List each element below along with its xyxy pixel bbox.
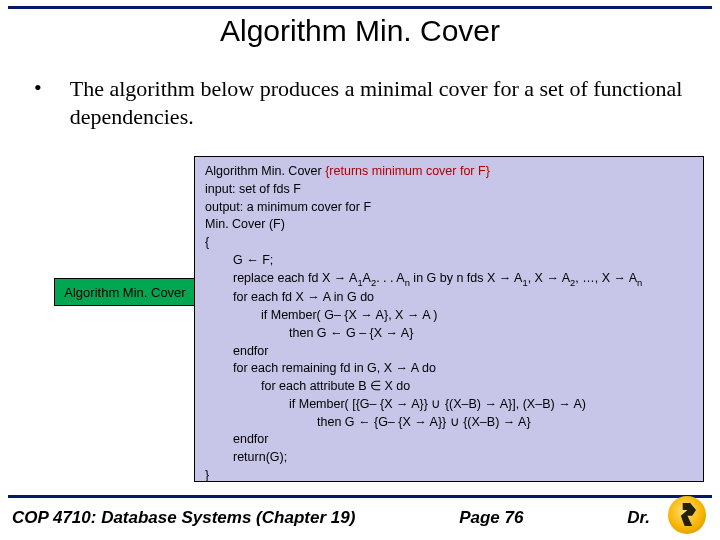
algo-line: G ← F; [205,252,693,270]
bullet-row: • The algorithm below produces a minimal… [34,75,690,130]
bullet-marker: • [34,75,42,101]
algo-line: then G ← G – {X → A} [205,325,693,343]
algorithm-box: Algorithm Min. Cover {returns minimum co… [194,156,704,482]
algo-line: Algorithm Min. Cover {returns minimum co… [205,163,693,181]
slide-title: Algorithm Min. Cover [0,14,720,48]
algo-comment: {returns minimum cover for F} [325,164,490,178]
top-rule [8,6,712,9]
algo-line: for each attribute B ∈ X do [205,378,693,396]
algo-line: { [205,234,693,252]
algo-line: for each remaining fd in G, X → A do [205,360,693,378]
algo-line: output: a minimum cover for F [205,199,693,217]
footer-page: Page 76 [459,508,523,528]
algo-line: Min. Cover (F) [205,216,693,234]
bullet-text: The algorithm below produces a minimal c… [70,75,690,130]
algo-line: replace each fd X → A1A2. . . An in G by… [205,270,693,290]
bottom-rule [8,495,712,498]
algo-line: if Member( [{G– {X → A}} ∪ {(X–B) → A}],… [205,396,693,414]
algo-name: Algorithm Min. Cover [205,164,325,178]
algo-line: for each fd X → A in G do [205,289,693,307]
footer-author: Dr. [627,508,650,528]
algorithm-label: Algorithm Min. Cover [54,278,196,306]
algo-line: if Member( G– {X → A}, X → A ) [205,307,693,325]
algo-line: return(G); [205,449,693,467]
algo-line: input: set of fds F [205,181,693,199]
algo-line: endfor [205,431,693,449]
footer: COP 4710: Database Systems (Chapter 19) … [12,508,650,528]
algo-line: } [205,467,693,485]
algo-line: then G ← {G– {X → A}} ∪ {(X–B) → A} [205,414,693,432]
algo-line: endfor [205,343,693,361]
slide: Algorithm Min. Cover • The algorithm bel… [0,0,720,540]
ucf-logo-icon [668,496,706,534]
footer-course: COP 4710: Database Systems (Chapter 19) [12,508,355,528]
